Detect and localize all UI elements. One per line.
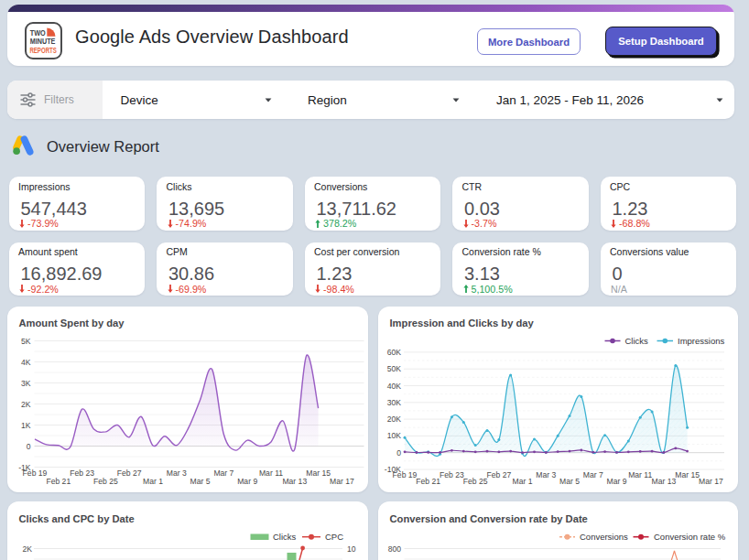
svg-text:Mar 9: Mar 9: [237, 477, 257, 486]
svg-text:Feb 19: Feb 19: [23, 468, 48, 478]
svg-text:Feb 19: Feb 19: [393, 470, 418, 479]
svg-text:Clicks: Clicks: [273, 532, 297, 542]
svg-text:50K: 50K: [387, 364, 402, 373]
svg-text:Mar 1: Mar 1: [513, 477, 533, 486]
svg-text:Feb 27: Feb 27: [487, 470, 512, 479]
svg-text:Feb 23: Feb 23: [70, 468, 94, 478]
svg-text:60K: 60K: [387, 348, 402, 357]
svg-text:Feb 21: Feb 21: [46, 477, 71, 486]
svg-text:Mar 5: Mar 5: [190, 477, 211, 486]
svg-text:Mar 3: Mar 3: [536, 470, 556, 479]
svg-text:Mar 13: Mar 13: [282, 477, 307, 486]
svg-text:Impressions: Impressions: [678, 336, 724, 346]
svg-text:Mar 15: Mar 15: [675, 470, 700, 479]
svg-text:20K: 20K: [387, 415, 402, 424]
svg-text:Mar 7: Mar 7: [213, 468, 233, 478]
svg-text:Feb 21: Feb 21: [416, 477, 440, 486]
svg-text:3K: 3K: [21, 379, 31, 388]
svg-text:4K: 4K: [21, 358, 31, 367]
svg-text:Feb 27: Feb 27: [117, 468, 142, 478]
svg-text:Mar 9: Mar 9: [607, 477, 627, 486]
svg-text:Mar 11: Mar 11: [628, 470, 652, 479]
svg-text:0: 0: [27, 442, 31, 451]
svg-text:Feb 23: Feb 23: [440, 470, 464, 479]
svg-text:40K: 40K: [387, 382, 402, 391]
svg-text:Mar 13: Mar 13: [652, 477, 677, 486]
svg-text:Mar 17: Mar 17: [330, 477, 354, 486]
svg-text:Mar 15: Mar 15: [306, 468, 331, 478]
svg-text:Conversions: Conversions: [580, 532, 628, 542]
svg-text:2K: 2K: [21, 400, 31, 409]
svg-text:10: 10: [347, 544, 356, 554]
svg-text:0: 0: [396, 448, 401, 458]
svg-text:Mar 3: Mar 3: [167, 468, 187, 478]
svg-text:Mar 1: Mar 1: [143, 477, 163, 486]
svg-text:800: 800: [388, 544, 402, 554]
svg-text:Clicks: Clicks: [625, 336, 649, 346]
svg-text:Mar 11: Mar 11: [259, 468, 283, 478]
svg-text:Mar 7: Mar 7: [583, 470, 603, 479]
svg-text:5K: 5K: [21, 337, 31, 346]
svg-text:Mar 5: Mar 5: [559, 477, 580, 486]
svg-text:Conversion rate %: Conversion rate %: [654, 532, 726, 542]
svg-text:CPC: CPC: [325, 532, 343, 542]
svg-text:REPORTS: REPORTS: [29, 45, 57, 55]
svg-text:10K: 10K: [387, 431, 402, 440]
svg-text:30K: 30K: [387, 398, 402, 407]
svg-text:2K: 2K: [22, 544, 32, 554]
svg-text:Mar 17: Mar 17: [699, 477, 723, 486]
svg-text:1K: 1K: [21, 421, 31, 430]
svg-text:Feb 25: Feb 25: [93, 477, 118, 486]
svg-text:Feb 25: Feb 25: [463, 477, 488, 486]
